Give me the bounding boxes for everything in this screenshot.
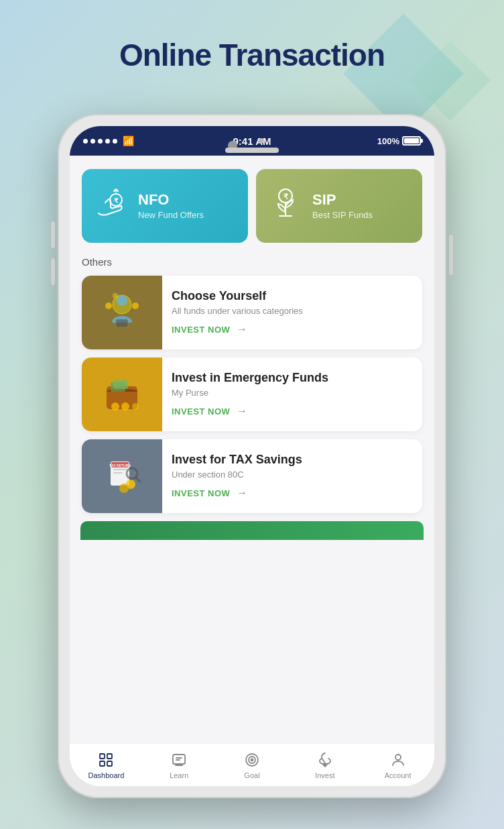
emergency-funds-subtitle: My Purse	[172, 388, 413, 398]
svg-point-15	[132, 403, 139, 410]
signal-dot	[113, 139, 117, 144]
dashboard-label: Dashboard	[88, 771, 124, 779]
svg-rect-27	[107, 754, 112, 759]
sip-subtitle: Best SIP Funds	[312, 210, 373, 220]
svg-text:₹: ₹	[284, 192, 288, 201]
others-section-label: Others	[82, 256, 422, 268]
choose-yourself-subtitle: All funds under various categories	[172, 306, 413, 316]
page-title: Online Transaction	[0, 37, 504, 73]
arrow-right-icon: →	[235, 486, 249, 500]
arrow-right-icon: →	[235, 323, 249, 336]
svg-point-23	[119, 484, 129, 493]
account-icon	[389, 751, 407, 769]
choose-yourself-image	[82, 276, 162, 349]
arrow-right-icon: →	[235, 404, 249, 418]
emergency-funds-title: Invest in Emergency Funds	[172, 371, 413, 385]
signal-dot	[83, 139, 88, 144]
volume-down-button	[51, 258, 55, 285]
learn-icon	[170, 751, 188, 769]
svg-rect-6	[116, 319, 128, 327]
status-battery: 100%	[377, 136, 421, 146]
nfo-title: NFO	[138, 192, 204, 208]
nav-dashboard[interactable]: Dashboard	[70, 751, 143, 779]
svg-point-33	[251, 759, 253, 761]
svg-rect-28	[100, 761, 105, 766]
svg-point-5	[117, 295, 127, 306]
tax-savings-card[interactable]: TAX RETURN Invest for TAX Savings Under …	[82, 439, 422, 513]
tax-savings-body: Invest for TAX Savings Under section 80C…	[162, 439, 422, 513]
battery-fill	[404, 138, 419, 144]
choose-yourself-body: Choose Yourself All funds under various …	[162, 276, 422, 349]
nav-goal[interactable]: Goal	[216, 751, 289, 779]
phone-frame: 📶 9:41 AM 100%	[58, 114, 446, 798]
svg-rect-26	[100, 754, 105, 759]
tax-savings-cta[interactable]: INVEST NOW →	[172, 486, 413, 500]
svg-point-8	[132, 302, 139, 309]
goal-label: Goal	[244, 771, 259, 779]
phone-sensor-dot	[259, 138, 264, 144]
wifi-icon: 📶	[123, 135, 134, 146]
battery-percentage: 100%	[377, 136, 399, 146]
invest-icon	[316, 751, 334, 769]
sip-card-text: SIP Best SIP Funds	[312, 192, 373, 219]
battery-icon	[402, 136, 421, 146]
fund-cards-row: ₹ NFO New Fund Offers	[82, 169, 422, 243]
svg-rect-29	[107, 761, 112, 766]
svg-text:₹: ₹	[114, 197, 119, 205]
signal-dot	[90, 139, 95, 144]
goal-icon	[243, 751, 261, 769]
app-content: ₹ NFO New Fund Offers	[70, 156, 434, 743]
sip-card[interactable]: ₹ SIP Best SIP Funds	[256, 169, 422, 243]
sip-icon: ₹	[267, 187, 304, 225]
power-button	[449, 235, 453, 275]
tax-savings-image: TAX RETURN	[82, 439, 162, 513]
nfo-icon: ₹	[92, 187, 130, 225]
sip-title: SIP	[312, 192, 373, 208]
nfo-subtitle: New Fund Offers	[138, 210, 204, 220]
nav-learn[interactable]: Learn	[143, 751, 216, 779]
signal-dot	[98, 139, 103, 144]
svg-rect-19	[113, 472, 123, 474]
signal-dot	[105, 139, 110, 144]
tax-savings-subtitle: Under section 80C	[172, 469, 413, 480]
emergency-funds-cta[interactable]: INVEST NOW →	[172, 404, 413, 418]
emergency-funds-body: Invest in Emergency Funds My Purse INVES…	[162, 357, 422, 431]
status-time: 9:41 AM	[233, 135, 271, 147]
svg-text:TAX RETURN: TAX RETURN	[109, 463, 131, 467]
nfo-card[interactable]: ₹ NFO New Fund Offers	[82, 169, 248, 243]
choose-yourself-title: Choose Yourself	[172, 289, 413, 303]
emergency-funds-card[interactable]: Invest in Emergency Funds My Purse INVES…	[82, 357, 422, 431]
svg-point-13	[111, 402, 119, 410]
svg-rect-18	[113, 469, 127, 470]
nav-invest[interactable]: Invest	[288, 751, 361, 779]
learn-label: Learn	[170, 771, 188, 779]
svg-point-7	[105, 302, 112, 309]
nfo-card-text: NFO New Fund Offers	[138, 192, 204, 219]
dashboard-icon	[97, 751, 115, 769]
emergency-funds-image	[82, 357, 162, 431]
nav-account[interactable]: Account	[361, 751, 434, 779]
svg-point-14	[121, 402, 129, 410]
status-signal: 📶	[83, 135, 134, 146]
invest-label: Invest	[315, 771, 334, 779]
tax-savings-title: Invest for TAX Savings	[172, 453, 413, 467]
partial-bottom-card	[80, 521, 424, 540]
phone-speaker	[225, 148, 279, 153]
account-label: Account	[385, 771, 412, 779]
choose-yourself-card[interactable]: Choose Yourself All funds under various …	[82, 276, 422, 349]
svg-point-34	[395, 755, 401, 760]
phone-screen: 📶 9:41 AM 100%	[70, 126, 434, 786]
volume-up-button	[51, 221, 55, 248]
svg-point-9	[113, 293, 118, 298]
choose-yourself-cta[interactable]: INVEST NOW →	[172, 323, 413, 336]
svg-line-25	[136, 478, 140, 482]
bottom-navigation: Dashboard Learn	[70, 743, 434, 786]
svg-rect-30	[173, 755, 185, 764]
svg-rect-12	[113, 380, 128, 389]
